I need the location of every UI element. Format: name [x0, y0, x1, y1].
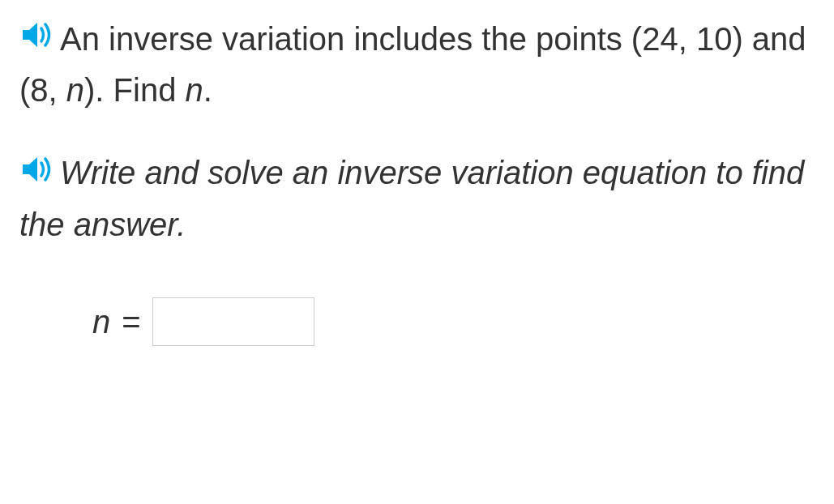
instruction-statement: Write and solve an inverse variation equ… — [19, 148, 815, 248]
answer-input[interactable] — [152, 297, 314, 346]
answer-variable: n — [92, 297, 110, 346]
problem-text-1: An — [60, 21, 109, 57]
problem-statement: An inverse variation includes the points… — [19, 15, 815, 114]
problem-text-4: . — [203, 72, 212, 108]
answer-equals: = — [122, 297, 140, 346]
instruction-text: Write and solve an inverse variation equ… — [19, 155, 804, 241]
speaker-icon[interactable] — [19, 148, 52, 197]
speaker-icon[interactable] — [19, 14, 52, 62]
problem-text-3: ). Find — [84, 72, 185, 108]
answer-row: n = — [19, 297, 815, 346]
problem-variable-2: n — [186, 72, 203, 108]
problem-variable-1: n — [66, 72, 84, 108]
